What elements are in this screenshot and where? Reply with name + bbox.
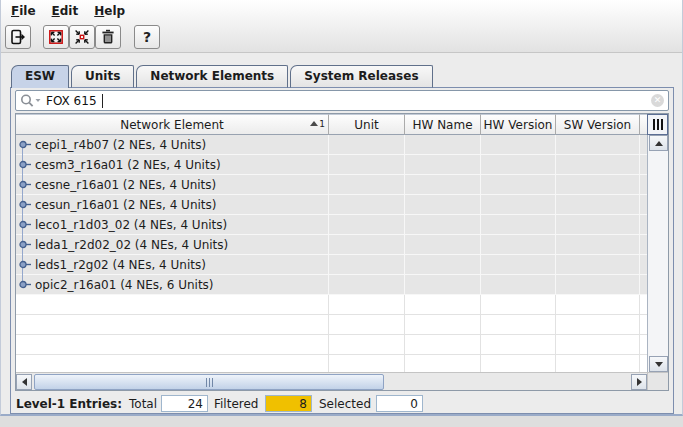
row-label: leco1_r1d03_02 (4 NEs, 4 Units) [35, 218, 227, 232]
network-element-cell: leda1_r2d02_02 (4 NEs, 4 Units) [16, 235, 329, 254]
sort-asc-icon [310, 121, 318, 126]
delete-icon [99, 28, 117, 46]
table-scrollpane: Network Element 1 Unit HW Name HW Versio… [15, 113, 669, 391]
search-options-icon[interactable] [19, 93, 45, 109]
tree-expand-icon[interactable] [18, 260, 32, 269]
status-title: Level-1 Entries: [16, 397, 122, 411]
tree-expand-icon[interactable] [18, 240, 32, 249]
magnifier-icon [19, 93, 45, 109]
horizontal-scrollbar[interactable] [16, 372, 647, 390]
scrollbar-corner [647, 372, 668, 390]
scroll-up-button[interactable] [649, 135, 668, 151]
scroll-right-button[interactable] [631, 374, 647, 390]
table-row[interactable]: cesne_r16a01 (2 NEs, 4 Units) [16, 175, 647, 195]
expand-all-icon [47, 28, 65, 46]
status-bar: Level-1 Entries: Total 24 Filtered 8 Sel… [11, 394, 673, 414]
table-row[interactable]: cesun_r16a01 (2 NEs, 4 Units) [16, 195, 647, 215]
help-button[interactable]: ? [134, 25, 160, 49]
tree-expand-icon[interactable] [18, 280, 32, 289]
menu-edit[interactable]: Edit [44, 2, 87, 20]
column-header-filler [640, 114, 647, 135]
delete-button[interactable] [95, 25, 121, 49]
help-icon: ? [143, 30, 151, 44]
tree-expand-icon[interactable] [18, 160, 32, 169]
total-label: Total [129, 397, 157, 411]
text-caret [102, 94, 103, 108]
empty-row [16, 315, 647, 335]
tab-system-releases[interactable]: System Releases [290, 65, 432, 88]
collapse-all-button[interactable] [69, 25, 95, 49]
thumb-grip-icon [206, 378, 207, 387]
row-label: cesm3_r16a01 (2 NEs, 4 Units) [35, 158, 221, 172]
exit-button[interactable] [5, 25, 31, 49]
network-element-cell: leco1_r1d03_02 (4 NEs, 4 Units) [16, 215, 329, 234]
table-row[interactable]: cesm3_r16a01 (2 NEs, 4 Units) [16, 155, 647, 175]
menu-help[interactable]: Help [86, 2, 133, 20]
tab-units[interactable]: Units [71, 65, 134, 88]
sort-indicator: 1 [310, 119, 325, 129]
column-header-label: HW Version [484, 118, 553, 132]
table-row[interactable]: leda1_r2d02_02 (4 NEs, 4 Units) [16, 235, 647, 255]
row-label: leda1_r2d02_02 (4 NEs, 4 Units) [35, 238, 228, 252]
window-frame: File Edit Help [0, 0, 683, 416]
scroll-left-button[interactable] [16, 374, 32, 390]
empty-row [16, 335, 647, 355]
column-header-unit[interactable]: Unit [329, 114, 405, 135]
column-control-button[interactable] [647, 114, 668, 135]
table-row[interactable]: leds1_r2g02 (4 NEs, 4 Units) [16, 255, 647, 275]
network-element-cell: leds1_r2g02 (4 NEs, 4 Units) [16, 255, 329, 274]
column-header-sw-version[interactable]: SW Version [556, 114, 640, 135]
row-label: cepi1_r4b07 (2 NEs, 4 Units) [35, 138, 206, 152]
tree-expand-icon[interactable] [18, 180, 32, 189]
expand-all-button[interactable] [43, 25, 69, 49]
arrow-up-icon [655, 141, 663, 146]
column-control-icon [653, 119, 655, 130]
exit-icon [9, 28, 27, 46]
tree-expand-icon[interactable] [18, 200, 32, 209]
network-element-cell: opic2_r16a01 (4 NEs, 6 Units) [16, 275, 329, 294]
column-header-label: Network Element [120, 118, 224, 132]
tab-network-elements[interactable]: Network Elements [136, 65, 288, 88]
search-field[interactable]: ✕ [15, 90, 669, 111]
app-window: File Edit Help [0, 0, 683, 427]
menu-bar: File Edit Help [3, 0, 133, 22]
row-label: opic2_r16a01 (4 NEs, 6 Units) [35, 278, 214, 292]
total-field: 24 [161, 395, 208, 412]
desktop-background [0, 417, 683, 427]
network-element-cell: cesun_r16a01 (2 NEs, 4 Units) [16, 195, 329, 214]
column-header-label: SW Version [564, 118, 631, 132]
vertical-scrollbar[interactable] [647, 135, 668, 372]
arrow-down-icon [655, 362, 663, 367]
tab-content-panel: ✕ Network Element 1 Unit HW Na [10, 87, 674, 414]
table-header: Network Element 1 Unit HW Name HW Versio… [16, 114, 668, 135]
row-label: leds1_r2g02 (4 NEs, 4 Units) [35, 258, 206, 272]
clear-search-icon[interactable]: ✕ [651, 94, 664, 107]
column-header-label: HW Name [412, 118, 472, 132]
tab-esw[interactable]: ESW [11, 65, 69, 88]
table-row[interactable]: leco1_r1d03_02 (4 NEs, 4 Units) [16, 215, 647, 235]
column-header-hw-version[interactable]: HW Version [481, 114, 556, 135]
collapse-all-icon [73, 28, 91, 46]
header-area: File Edit Help [1, 0, 682, 53]
empty-row [16, 295, 647, 315]
table-body: cepi1_r4b07 (2 NEs, 4 Units) cesm3_ [16, 135, 647, 372]
network-element-cell: cepi1_r4b07 (2 NEs, 4 Units) [16, 135, 329, 154]
filtered-field: 8 [265, 395, 312, 412]
filtered-label: Filtered [214, 397, 258, 411]
column-header-hw-name[interactable]: HW Name [405, 114, 481, 135]
horizontal-scroll-thumb[interactable] [34, 374, 384, 390]
row-label: cesne_r16a01 (2 NEs, 4 Units) [35, 178, 216, 192]
arrow-left-icon [22, 378, 27, 386]
search-input[interactable] [46, 92, 646, 109]
sort-order-number: 1 [319, 119, 325, 129]
network-element-cell: cesne_r16a01 (2 NEs, 4 Units) [16, 175, 329, 194]
empty-row [16, 355, 647, 372]
column-header-network-element[interactable]: Network Element 1 [16, 114, 329, 135]
table-row[interactable]: cepi1_r4b07 (2 NEs, 4 Units) [16, 135, 647, 155]
table-row[interactable]: opic2_r16a01 (4 NEs, 6 Units) [16, 275, 647, 295]
scroll-down-button[interactable] [649, 356, 668, 372]
menu-file[interactable]: File [3, 2, 44, 20]
tree-expand-icon[interactable] [18, 140, 32, 149]
tree-expand-icon[interactable] [18, 220, 32, 229]
arrow-right-icon [637, 378, 642, 386]
